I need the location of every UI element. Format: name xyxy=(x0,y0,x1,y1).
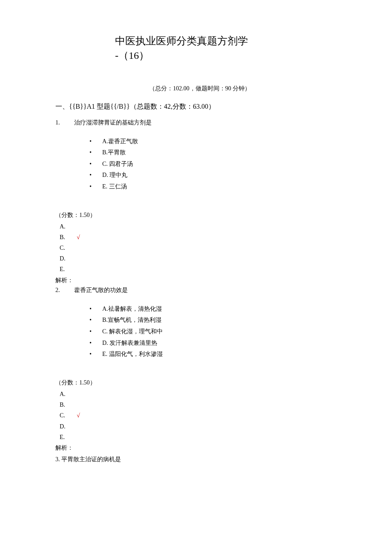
q2-option-b: B.宣畅气机，清热利湿 xyxy=(89,315,337,326)
q2-answer-b: B. xyxy=(60,399,337,410)
q1-number: 1. xyxy=(55,119,72,126)
q2-answer-a: A. xyxy=(60,389,337,399)
doc-title-line1: 中医执业医师分类真题方剂学 xyxy=(115,34,294,49)
q2-explain: 解析： xyxy=(55,442,337,453)
q2-score: （分数：1.50） xyxy=(55,377,337,388)
q1-answer-d: D. xyxy=(60,253,337,264)
q2-text: 藿香正气散的功效是 xyxy=(74,287,128,293)
q2-option-a: A.祛暑解表，清热化湿 xyxy=(89,304,337,315)
doc-meta: （总分：102.00，做题时间：90 分钟） xyxy=(149,84,277,93)
section-header: 一、{{B}}A1 型题{{/B}}（总题数：42,分数：63.00） xyxy=(55,102,337,111)
q2-options: A.祛暑解表，清热化湿 B.宣畅气机，清热利湿 C. 解表化湿，理气和中 D. … xyxy=(89,304,337,360)
check-icon: √ xyxy=(77,412,80,419)
q1-stem: 1. 治疗湿滞脾胃证的基础方剂是 xyxy=(55,119,337,127)
q1-options: A.藿香正气散 B.平胃散 C. 四君子汤 D. 理中丸 E. 三仁汤 xyxy=(89,136,337,193)
q1-answer-c: C. xyxy=(60,243,337,253)
q2-number: 2. xyxy=(55,287,72,294)
q1-option-e: E. 三仁汤 xyxy=(89,181,337,193)
q1-answer-e: E. xyxy=(60,264,337,275)
q1-text: 治疗湿滞脾胃证的基础方剂是 xyxy=(74,119,152,126)
q1-option-d: D. 理中丸 xyxy=(89,170,337,181)
q2-answer-e: E. xyxy=(60,432,337,442)
check-icon: √ xyxy=(77,234,80,240)
doc-title-line2: -（16） xyxy=(115,49,337,63)
q2-answer-c: C.√ xyxy=(60,410,337,421)
q1-explain: 解析： xyxy=(55,275,337,286)
q2-option-e: E. 温阳化气，利水渗湿 xyxy=(89,349,337,360)
q1-answer-a: A. xyxy=(60,221,337,232)
q2-answer-d: D. xyxy=(60,421,337,432)
q1-option-b: B.平胃散 xyxy=(89,147,337,159)
q2-option-d: D. 发汗解表兼清里热 xyxy=(89,338,337,349)
q3-stem: 3. 平胃散主治证的病机是 xyxy=(55,454,337,465)
q2-option-c: C. 解表化湿，理气和中 xyxy=(89,326,337,338)
q2-stem: 2. 藿香正气散的功效是 xyxy=(55,286,337,294)
q1-score: （分数：1.50） xyxy=(55,210,337,220)
q1-answer-b: B.√ xyxy=(60,232,337,243)
q1-option-a: A.藿香正气散 xyxy=(89,136,337,147)
q1-option-c: C. 四君子汤 xyxy=(89,159,337,170)
